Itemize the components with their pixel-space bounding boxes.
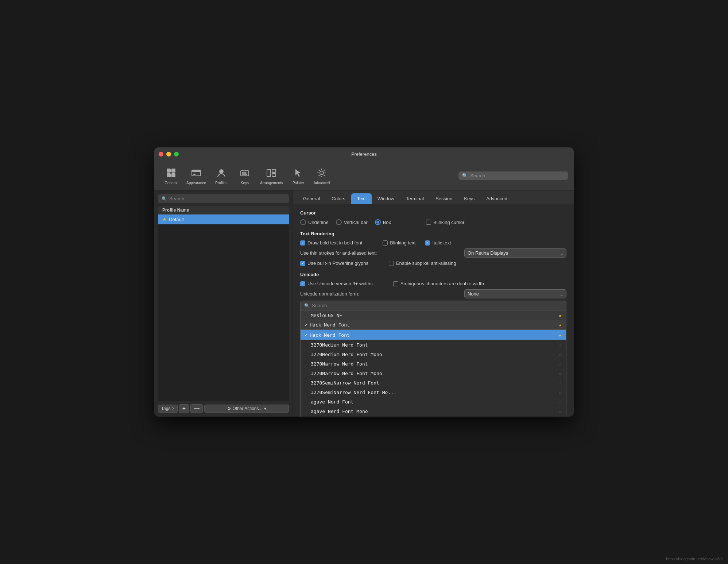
close-button[interactable] [159,152,163,157]
hack-selected-star[interactable]: ★ [559,332,562,338]
profiles-icon [215,166,228,179]
font-2-star[interactable]: ☆ [559,361,562,367]
font-item-3[interactable]: 3270Narrow Nerd Font Mono ☆ [301,368,566,378]
draw-bold-label: Draw bold text in bold font [307,240,362,246]
font-7-star[interactable]: ☆ [559,408,562,414]
cursor-vertical-bar[interactable]: Vertical bar [336,219,368,225]
tab-window[interactable]: Window [372,193,400,204]
sidebar-search-input[interactable] [169,196,285,201]
svg-point-16 [320,171,324,175]
font-1-star[interactable]: ☆ [559,351,562,357]
normalization-select[interactable]: None [464,289,566,298]
font-dropdown[interactable]: 🔍 MesloLGS NF ★ [300,301,566,417]
blinking-cursor-item[interactable]: Blinking cursor [426,220,464,225]
blinking-cursor-checkbox[interactable] [426,220,431,225]
text-rendering-row1: ✓ Draw bold text in bold font Blinking t… [300,240,566,246]
profile-table-header: Profile Name [158,206,289,215]
thin-strokes-select[interactable]: On Retina Displays [464,248,566,258]
toolbar-item-arrangements[interactable]: Arrangements [257,165,286,186]
blinking-text-checkbox[interactable] [383,240,388,246]
font-item-meslo[interactable]: MesloLGS NF ★ [301,310,566,320]
font-search-input[interactable] [312,303,562,308]
sidebar-search[interactable]: 🔍 [158,194,289,203]
sidebar-actions: Tags > + — ⚙ Other Actions... ▾ [158,404,289,413]
font-item-8[interactable]: Andale Mono ☆ [301,416,566,417]
tab-general[interactable]: General [297,193,326,204]
font-6-star[interactable]: ☆ [559,399,562,405]
toolbar-item-general[interactable]: General [160,165,182,186]
svg-rect-10 [244,172,246,174]
underline-radio[interactable] [300,219,306,225]
normalization-label: Unicode normalization form: [300,291,359,297]
add-profile-button[interactable]: + [179,404,189,413]
draw-bold-item[interactable]: ✓ Draw bold text in bold font [300,240,362,246]
other-actions-button[interactable]: ⚙ Other Actions... ▾ [204,405,289,413]
toolbar-item-profiles[interactable]: Profiles [210,165,232,186]
toolbar-search-input[interactable] [470,173,564,178]
unicode-row1: ✓ Use Unicode version 9+ widths Ambiguou… [300,281,566,286]
font-item-6[interactable]: agave Nerd Font ☆ [301,397,566,406]
ambiguous-item[interactable]: Ambiguous characters are double-width [393,281,484,286]
toolbar-item-keys[interactable]: Keys [234,165,256,186]
svg-rect-15 [272,174,276,177]
normalization-row: Unicode normalization form: None [300,289,566,298]
tab-terminal[interactable]: Terminal [400,193,430,204]
toolbar-search[interactable]: 🔍 [458,171,568,180]
watermark: https://blog.csdn.net/MacwinWin [666,557,724,561]
blinking-text-item[interactable]: Blinking text [383,240,415,246]
font-search-bar[interactable]: 🔍 [300,301,566,310]
font-3-star[interactable]: ☆ [559,370,562,376]
toolbar-item-appearance[interactable]: Appearance [183,165,209,186]
font-item-5[interactable]: 3270SemiNarrow Nerd Font Mo... ☆ [301,387,566,397]
font-4-star[interactable]: ☆ [559,380,562,386]
powerline-checkbox[interactable]: ✓ [300,261,305,266]
font-item-0[interactable]: 3270Medium Nerd Font ☆ [301,340,566,349]
tab-colors[interactable]: Colors [326,193,351,204]
powerline-item[interactable]: ✓ Use built-in Powerline glyphs [300,260,368,266]
font-item-2[interactable]: 3270Narrow Nerd Font ☆ [301,359,566,368]
hack-pinned-star[interactable]: ★ [559,322,562,328]
tab-text[interactable]: Text [351,193,372,204]
tags-button[interactable]: Tags > [158,405,178,413]
toolbar-item-advanced[interactable]: Advanced [311,165,333,186]
maximize-button[interactable] [174,152,179,157]
use-unicode-item[interactable]: ✓ Use Unicode version 9+ widths [300,281,373,286]
remove-profile-button[interactable]: — [190,404,203,413]
sidebar-search-icon: 🔍 [162,196,167,201]
main-content: 🔍 Profile Name ★ Default Tags > + — ⚙ Ot… [154,190,574,417]
tab-keys[interactable]: Keys [458,193,480,204]
tab-session[interactable]: Session [430,193,458,204]
font-0-star[interactable]: ☆ [559,342,562,348]
font-item-hack-selected[interactable]: ✓ Hack Nerd Font ★ [301,330,566,340]
toolbar-item-pointer[interactable]: Pointer [287,165,309,186]
profile-row[interactable]: ★ Default [158,215,289,224]
cursor-box[interactable]: Box [375,219,391,225]
subpixel-label: Enable subpixel anti-aliasing [396,260,456,266]
font-item-7[interactable]: agave Nerd Font Mono ☆ [301,406,566,416]
arrangements-icon [265,166,278,179]
italic-text-checkbox[interactable]: ✓ [425,240,430,246]
font-section: Font Regular 14 [300,304,566,322]
minimize-button[interactable] [166,152,171,157]
meslo-name: MesloLGS NF [305,313,559,318]
cursor-underline[interactable]: Underline [300,219,329,225]
subpixel-item[interactable]: Enable subpixel anti-aliasing [389,260,456,266]
ambiguous-checkbox[interactable] [393,281,398,286]
font-item-1[interactable]: 3270Medium Nerd Font Mono ☆ [301,349,566,359]
advanced-icon [315,166,328,179]
box-radio[interactable] [375,219,381,225]
font-search-icon: 🔍 [304,303,310,308]
blinking-text-label: Blinking text [390,240,415,246]
font-item-4[interactable]: 3270SemiNarrow Nerd Font ☆ [301,378,566,387]
toolbar-label-advanced: Advanced [314,181,330,185]
italic-text-item[interactable]: ✓ Italic text [425,240,451,246]
font-item-hack-pinned[interactable]: ✓ Hack Nerd Font ★ [301,320,566,329]
toolbar-label-pointer: Pointer [293,181,304,185]
vertical-bar-radio[interactable] [336,219,342,225]
use-unicode-checkbox[interactable]: ✓ [300,281,305,286]
meslo-star[interactable]: ★ [559,312,562,318]
subpixel-checkbox[interactable] [389,261,394,266]
tab-advanced[interactable]: Advanced [480,193,513,204]
font-5-star[interactable]: ☆ [559,389,562,395]
draw-bold-checkbox[interactable]: ✓ [300,240,305,246]
